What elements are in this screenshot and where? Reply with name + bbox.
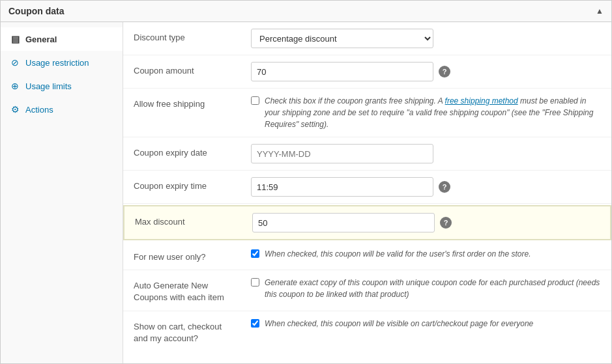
coupon-expiry-date-label: Coupon expiry date	[134, 144, 251, 159]
coupon-expiry-time-content: ?	[251, 177, 601, 197]
free-shipping-row: Allow free shipping Check this box if th…	[123, 89, 611, 137]
restriction-icon: ⊘	[10, 57, 20, 68]
sidebar-label-general: General	[25, 35, 57, 44]
new-user-only-checkbox[interactable]	[251, 249, 259, 258]
show-on-cart-checkbox-container: When checked, this coupon will be visibl…	[251, 318, 533, 329]
main-content: Discount type Percentage discount Fixed …	[123, 22, 611, 363]
show-on-cart-label-line1: Show on cart, checkout	[134, 322, 222, 331]
coupon-expiry-date-input[interactable]	[251, 144, 433, 163]
free-shipping-label: Allow free shipping	[134, 95, 251, 110]
coupon-panel: Coupon data ▲ ▤ General ⊘ Usage restrict…	[0, 0, 612, 364]
coupon-expiry-time-row: Coupon expiry time ?	[123, 171, 611, 204]
coupon-expiry-time-input[interactable]	[251, 177, 433, 197]
coupon-expiry-time-label: Coupon expiry time	[134, 177, 251, 192]
auto-generate-description: Generate exact copy of this coupon with …	[265, 277, 601, 300]
new-user-only-checkbox-container: When checked, this coupon will be valid …	[251, 248, 531, 260]
free-shipping-text-part1: Check this box if the coupon grants free…	[265, 96, 445, 105]
free-shipping-checkbox-container: Check this box if the coupon grants free…	[251, 95, 601, 130]
coupon-amount-row: Coupon amount ?	[123, 55, 611, 89]
show-on-cart-description: When checked, this coupon will be visibl…	[265, 318, 533, 329]
sidebar-item-usage-restriction[interactable]: ⊘ Usage restriction	[1, 51, 123, 74]
auto-generate-checkbox-container: Generate exact copy of this coupon with …	[251, 277, 601, 300]
free-shipping-checkbox[interactable]	[251, 96, 259, 105]
show-on-cart-label-line2: and my account?	[134, 333, 198, 343]
show-on-cart-checkbox[interactable]	[251, 319, 259, 328]
actions-icon: ⚙	[10, 104, 20, 115]
discount-type-row: Discount type Percentage discount Fixed …	[123, 22, 611, 55]
coupon-expiry-date-content	[251, 144, 601, 163]
auto-generate-label-line1: Auto Generate New	[134, 281, 208, 290]
panel-title: Coupon data	[8, 6, 65, 16]
discount-type-label: Discount type	[134, 29, 251, 44]
auto-generate-row: Auto Generate New Coupons with each item…	[123, 270, 611, 311]
coupon-amount-help-icon[interactable]: ?	[439, 66, 450, 77]
sidebar-item-general[interactable]: ▤ General	[1, 27, 123, 51]
max-discount-label: Max discount	[135, 213, 252, 228]
free-shipping-content: Check this box if the coupon grants free…	[251, 95, 601, 130]
free-shipping-description: Check this box if the coupon grants free…	[265, 95, 601, 130]
coupon-expiry-date-row: Coupon expiry date	[123, 137, 611, 171]
max-discount-input[interactable]	[252, 213, 435, 232]
limits-icon: ⊕	[10, 81, 20, 91]
auto-generate-content: Generate exact copy of this coupon with …	[251, 277, 601, 300]
coupon-amount-content: ?	[251, 62, 601, 81]
collapse-icon[interactable]: ▲	[596, 7, 604, 16]
discount-type-content: Percentage discount Fixed cart discount …	[251, 29, 601, 48]
max-discount-content: ?	[252, 213, 600, 232]
free-shipping-link[interactable]: free shipping method	[445, 96, 518, 105]
grid-icon: ▤	[10, 34, 20, 44]
coupon-expiry-time-help-icon[interactable]: ?	[439, 181, 450, 193]
sidebar-item-usage-limits[interactable]: ⊕ Usage limits	[1, 74, 123, 98]
panel-body: ▤ General ⊘ Usage restriction ⊕ Usage li…	[1, 22, 611, 363]
sidebar-label-actions: Actions	[25, 105, 53, 115]
max-discount-help-icon[interactable]: ?	[440, 217, 452, 229]
auto-generate-checkbox[interactable]	[251, 278, 259, 287]
sidebar-label-usage-restriction: Usage restriction	[25, 58, 89, 68]
discount-type-select[interactable]: Percentage discount Fixed cart discount …	[251, 29, 433, 48]
show-on-cart-content: When checked, this coupon will be visibl…	[251, 318, 601, 329]
new-user-only-content: When checked, this coupon will be valid …	[251, 248, 601, 260]
coupon-amount-input[interactable]	[251, 62, 433, 81]
auto-generate-label: Auto Generate New Coupons with each item	[134, 277, 251, 303]
new-user-only-row: For new user only? When checked, this co…	[123, 242, 611, 270]
sidebar-label-usage-limits: Usage limits	[25, 81, 72, 91]
max-discount-row: Max discount ?	[123, 205, 611, 240]
auto-generate-label-line2: Coupons with each item	[134, 292, 224, 302]
new-user-only-label: For new user only?	[134, 248, 251, 263]
coupon-amount-label: Coupon amount	[134, 62, 251, 77]
show-on-cart-label: Show on cart, checkout and my account?	[134, 318, 251, 344]
new-user-only-description: When checked, this coupon will be valid …	[265, 248, 531, 260]
sidebar: ▤ General ⊘ Usage restriction ⊕ Usage li…	[1, 22, 123, 363]
show-on-cart-row: Show on cart, checkout and my account? W…	[123, 311, 611, 351]
sidebar-item-actions[interactable]: ⚙ Actions	[1, 98, 123, 121]
panel-header[interactable]: Coupon data ▲	[1, 1, 611, 22]
